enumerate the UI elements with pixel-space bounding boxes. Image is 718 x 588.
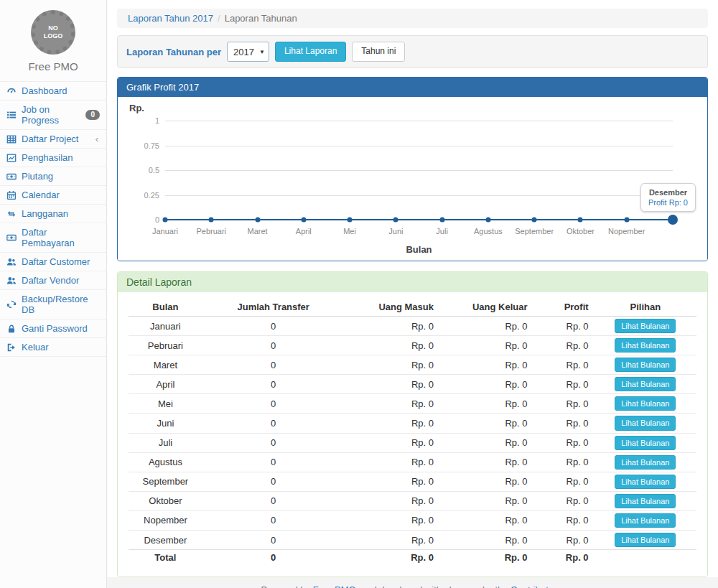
data-point-nopember xyxy=(624,218,629,223)
table-row-januari: Januari 0 Rp. 0 Rp. 0 Rp. 0 Lihat Bulana… xyxy=(129,317,696,336)
table-row-mei: Mei 0 Rp. 0 Rp. 0 Rp. 0 Lihat Bulanan xyxy=(129,394,696,414)
cell-jumlah-transfer: 0 xyxy=(202,336,345,355)
lihat-bulanan-button[interactable]: Lihat Bulanan xyxy=(615,396,676,411)
cell-profit: Rp. 0 xyxy=(538,452,595,472)
footer-text-middle: , and developed with pleasure by the xyxy=(356,584,510,588)
sidebar-item-penghasilan[interactable]: Penghasilan xyxy=(0,149,106,167)
sidebar-item-keluar[interactable]: Keluar xyxy=(0,338,106,357)
data-point-oktober xyxy=(578,218,583,223)
lihat-bulanan-button[interactable]: Lihat Bulanan xyxy=(615,455,676,470)
cell-uang-keluar: Rp. 0 xyxy=(447,472,538,491)
lihat-bulanan-button[interactable]: Lihat Bulanan xyxy=(615,436,676,450)
sidebar-item-daftar-customer[interactable]: Daftar Customer xyxy=(0,253,106,271)
sidebar-item-label: Piutang xyxy=(22,171,100,182)
cell-bulan: Juli xyxy=(129,433,202,452)
total-uang-masuk: Rp. 0 xyxy=(345,550,447,566)
logo-text: NO LOGO xyxy=(44,24,63,41)
sidebar-item-label: Backup/Restore DB xyxy=(22,294,100,315)
footer-link-free-pmo[interactable]: Free PMO xyxy=(313,584,356,588)
sidebar-item-backup-restore-db[interactable]: Backup/Restore DB xyxy=(0,290,106,319)
tahun-ini-button[interactable]: Tahun ini xyxy=(352,42,405,61)
cell-uang-masuk: Rp. 0 xyxy=(345,375,447,394)
col-uang-keluar: Uang Keluar xyxy=(447,298,538,317)
table-row-desember: Desember 0 Rp. 0 Rp. 0 Rp. 0 Lihat Bulan… xyxy=(129,531,696,550)
sidebar-item-job-on-progress[interactable]: Job on Progress 0 xyxy=(0,101,106,130)
sidebar-item-dashboard[interactable]: Dashboard xyxy=(0,82,106,101)
cell-bulan: Desember xyxy=(129,531,202,550)
no-logo-badge: NO LOGO xyxy=(31,10,75,55)
x-tick-label: Maret xyxy=(247,227,267,235)
tooltip-title: Desember xyxy=(648,188,688,197)
lihat-bulanan-button[interactable]: Lihat Bulanan xyxy=(615,377,676,391)
profit-chart-panel: Grafik Profit 2017 Rp. JanuariPebruariMa… xyxy=(117,77,708,261)
lihat-bulanan-button[interactable]: Lihat Bulanan xyxy=(615,338,676,353)
cell-uang-masuk: Rp. 0 xyxy=(345,510,447,530)
cell-uang-keluar: Rp. 0 xyxy=(447,433,538,452)
sidebar-item-label: Penghasilan xyxy=(22,152,100,163)
lihat-bulanan-button[interactable]: Lihat Bulanan xyxy=(615,319,676,333)
filter-label: Laporan Tahunan per xyxy=(126,47,221,57)
lihat-bulanan-button[interactable]: Lihat Bulanan xyxy=(615,358,676,372)
lihat-bulanan-button[interactable]: Lihat Bulanan xyxy=(615,494,676,508)
sidebar-item-piutang[interactable]: Piutang xyxy=(0,167,106,186)
x-tick-label: Nopember xyxy=(608,227,645,235)
cell-uang-masuk: Rp. 0 xyxy=(345,317,447,336)
lihat-bulanan-button[interactable]: Lihat Bulanan xyxy=(615,533,676,547)
sidebar-item-ganti-password[interactable]: Ganti Password xyxy=(0,319,106,338)
cell-uang-masuk: Rp. 0 xyxy=(345,433,447,452)
breadcrumb-separator: / xyxy=(218,13,220,24)
cell-uang-masuk: Rp. 0 xyxy=(345,394,447,414)
footer-text-prefix: Powered by xyxy=(261,584,312,588)
chart-tooltip: Desember Profit Rp: 0 xyxy=(640,183,696,212)
cell-uang-masuk: Rp. 0 xyxy=(345,414,447,433)
table-row-september: September 0 Rp. 0 Rp. 0 Rp. 0 Lihat Bula… xyxy=(129,472,696,491)
sidebar-item-calendar[interactable]: Calendar xyxy=(0,186,106,205)
table-total-row: Total 0 Rp. 0 Rp. 0 Rp. 0 xyxy=(129,550,696,566)
detail-panel-body: Bulan Jumlah Transfer Uang Masuk Uang Ke… xyxy=(118,292,707,577)
sidebar-item-daftar-vendor[interactable]: Daftar Vendor xyxy=(0,271,106,290)
data-point-juni xyxy=(393,218,398,223)
x-tick-label: Agustus xyxy=(474,227,503,235)
chart-line-icon xyxy=(6,153,17,163)
breadcrumb-link-laporan-tahun[interactable]: Laporan Tahun 2017 xyxy=(128,13,213,24)
lihat-laporan-button[interactable]: Lihat Laporan xyxy=(275,42,346,61)
sidebar-item-label: Daftar Project xyxy=(22,134,90,144)
y-tick-label: 0 xyxy=(128,215,159,224)
x-axis-title: Bulan xyxy=(165,244,673,255)
sidebar-menu: Dashboard Job on Progress 0 Daftar Proje… xyxy=(0,81,106,357)
data-point-maret xyxy=(255,218,260,223)
cell-profit: Rp. 0 xyxy=(538,510,595,530)
x-tick-label: Juli xyxy=(436,227,448,235)
table-header-row: Bulan Jumlah Transfer Uang Masuk Uang Ke… xyxy=(129,298,696,317)
cell-uang-keluar: Rp. 0 xyxy=(447,336,538,355)
gridline xyxy=(165,121,673,121)
y-axis-title: Rp. xyxy=(128,103,697,113)
footer-link-contributors[interactable]: Contributors. xyxy=(510,584,564,588)
retweet-icon xyxy=(6,209,17,219)
cell-uang-keluar: Rp. 0 xyxy=(447,375,538,394)
cell-uang-keluar: Rp. 0 xyxy=(447,510,538,530)
chart-panel-title: Grafik Profit 2017 xyxy=(118,78,707,97)
cell-jumlah-transfer: 0 xyxy=(202,472,345,491)
sidebar-item-daftar-project[interactable]: Daftar Project ‹ xyxy=(0,130,106,149)
sidebar-item-langganan[interactable]: Langganan xyxy=(0,205,106,223)
x-tick-label: Mei xyxy=(343,227,356,235)
refresh-icon xyxy=(6,299,17,309)
year-select[interactable]: 2017 xyxy=(227,42,269,62)
report-table-body: Januari 0 Rp. 0 Rp. 0 Rp. 0 Lihat Bulana… xyxy=(129,317,696,566)
brand-block: NO LOGO Free PMO xyxy=(0,0,106,81)
table-row-agustus: Agustus 0 Rp. 0 Rp. 0 Rp. 0 Lihat Bulana… xyxy=(129,452,696,472)
lihat-bulanan-button[interactable]: Lihat Bulanan xyxy=(615,475,676,489)
cell-bulan: Pebruari xyxy=(129,336,202,355)
total-label: Total xyxy=(129,550,202,566)
cell-jumlah-transfer: 0 xyxy=(202,433,345,452)
table-row-oktober: Oktober 0 Rp. 0 Rp. 0 Rp. 0 Lihat Bulana… xyxy=(129,491,696,510)
sidebar: NO LOGO Free PMO Dashboard Job on Progre… xyxy=(0,0,107,588)
lihat-bulanan-button[interactable]: Lihat Bulanan xyxy=(615,416,676,430)
app-window: NO LOGO Free PMO Dashboard Job on Progre… xyxy=(0,0,718,588)
y-tick-label: 0.75 xyxy=(128,141,159,150)
sidebar-item-label: Job on Progress xyxy=(22,104,80,126)
cell-uang-keluar: Rp. 0 xyxy=(447,394,538,414)
lihat-bulanan-button[interactable]: Lihat Bulanan xyxy=(615,513,676,528)
sidebar-item-daftar-pembayaran[interactable]: Daftar Pembayaran xyxy=(0,223,106,253)
